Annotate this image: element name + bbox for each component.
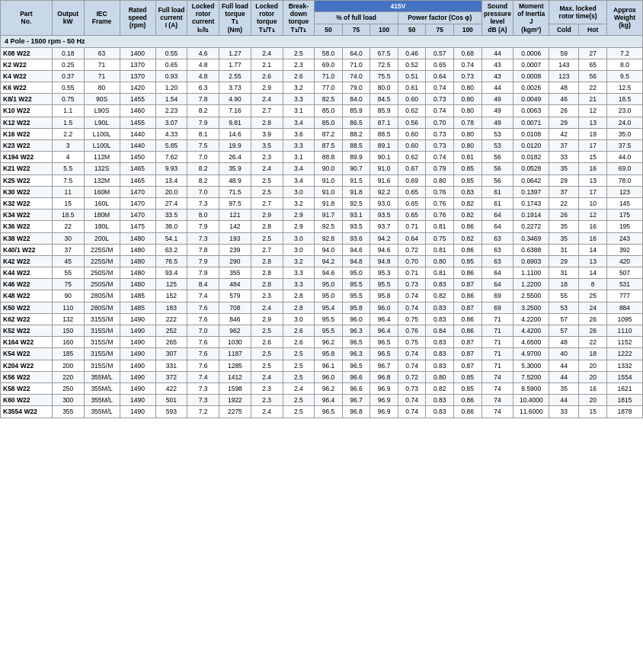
table-cell: K164 W22 <box>1 337 53 348</box>
table-cell: 2.23 <box>155 105 187 117</box>
table-cell: 56 <box>579 70 607 82</box>
table-row: K58 W22250355M/L14904227.315982.32.496.2… <box>1 382 643 394</box>
table-cell: 5.3000 <box>513 360 549 371</box>
table-cell: 2.6 <box>283 337 315 348</box>
table-cell: 94.2 <box>370 232 398 244</box>
table-cell: 315S/M <box>84 337 120 348</box>
table-cell: 593 <box>155 406 187 418</box>
table-cell: 96.4 <box>315 395 343 406</box>
table-row: K08 W220.186314000.554.61.272.42.558.064… <box>1 47 643 59</box>
table-cell: 123 <box>549 70 579 82</box>
col-sound-pressure: SoundpressureleveldB (A) <box>481 1 513 36</box>
table-cell: 0.65 <box>155 59 187 70</box>
table-cell: 0.83 <box>453 186 481 197</box>
table-cell: 132 <box>52 313 84 325</box>
table-cell: 0.74 <box>453 59 481 70</box>
table-cell: 91.0 <box>370 163 398 174</box>
table-cell: 48.9 <box>219 174 251 186</box>
table-cell: 71.0 <box>315 70 343 82</box>
table-cell: 0.0642 <box>513 174 549 186</box>
table-cell: 0.85 <box>453 255 481 267</box>
table-cell: 16 <box>579 163 607 174</box>
table-cell: 53 <box>481 140 513 152</box>
table-cell: 87.2 <box>315 128 343 139</box>
table-row: K8/1 W220.7590S14551.547.84.902.43.382.5… <box>1 94 643 105</box>
table-cell: 355M/L <box>84 382 120 394</box>
table-cell: 185 <box>52 348 84 360</box>
table-cell: 2.4 <box>251 371 283 382</box>
col-approx-weight: ApproxWeight(kg) <box>606 1 642 36</box>
table-cell: 0.86 <box>453 313 481 325</box>
table-cell: 13 <box>579 117 607 128</box>
table-cell: 94.6 <box>342 244 370 255</box>
table-cell: 64 <box>481 221 513 232</box>
table-cell: 96.3 <box>342 348 370 360</box>
table-cell: 27.4 <box>155 197 187 209</box>
table-cell: 35.0 <box>606 128 642 139</box>
table-cell: 91.0 <box>315 174 343 186</box>
table-cell: 69.0 <box>315 59 343 70</box>
table-cell: 3.5 <box>251 140 283 152</box>
table-cell: 95.5 <box>315 313 343 325</box>
table-cell: 74 <box>481 371 513 382</box>
table-cell: 0.61 <box>398 82 426 94</box>
table-cell: 112M <box>84 152 120 163</box>
table-cell: 1470 <box>120 186 155 197</box>
table-cell: 95.3 <box>370 267 398 279</box>
table-cell: 90 <box>52 290 84 302</box>
table-cell: 7.6 <box>187 337 219 348</box>
table-cell: 18.5 <box>606 94 642 105</box>
col-415v-header: 415V <box>315 1 481 12</box>
table-cell: 2.8 <box>251 267 283 279</box>
table-cell: 29 <box>549 174 579 186</box>
table-cell: 0.65 <box>398 186 426 197</box>
table-cell: 4 <box>52 152 84 163</box>
table-cell: 91.6 <box>370 174 398 186</box>
table-cell: 0.80 <box>453 128 481 139</box>
table-cell: 15 <box>579 152 607 163</box>
table-cell: 1490 <box>120 382 155 394</box>
table-cell: 1.20 <box>155 82 187 94</box>
table-cell: 2.5 <box>283 406 315 418</box>
table-cell: 96.2 <box>315 337 343 348</box>
table-cell: 2.9 <box>251 210 283 221</box>
table-cell: 1400 <box>120 47 155 59</box>
col-hot: Hot <box>579 24 607 35</box>
table-cell: 150 <box>52 325 84 337</box>
table-cell: 57 <box>549 313 579 325</box>
col-output-kw: OutputkW <box>52 1 84 36</box>
table-cell: 91.0 <box>315 186 343 197</box>
table-cell: 93.5 <box>370 210 398 221</box>
table-cell: 2.8 <box>251 117 283 128</box>
table-cell: 315S/M <box>84 325 120 337</box>
table-cell: 4.6 <box>187 47 219 59</box>
table-cell: 1.5 <box>52 117 84 128</box>
table-cell: K60 W22 <box>1 395 53 406</box>
table-cell: 20.0 <box>155 186 187 197</box>
table-cell: 72.5 <box>370 59 398 70</box>
table-cell: 91.8 <box>342 186 370 197</box>
table-cell: 331 <box>155 360 187 371</box>
table-cell: 69.0 <box>606 163 642 174</box>
table-cell: 0.80 <box>426 255 454 267</box>
table-cell: K40/1 W22 <box>1 244 53 255</box>
table-cell: 1480 <box>120 232 155 244</box>
table-cell: 26 <box>579 313 607 325</box>
table-cell: K32 W22 <box>1 197 53 209</box>
table-cell: 0.83 <box>426 337 454 348</box>
table-cell: 71 <box>481 348 513 360</box>
table-cell: 1480 <box>120 255 155 267</box>
table-cell: 2.8 <box>283 290 315 302</box>
table-cell: 7.3 <box>187 382 219 394</box>
table-cell: 2.1 <box>251 59 283 70</box>
table-cell: 220 <box>52 371 84 382</box>
table-cell: K194 W22 <box>1 152 53 163</box>
table-cell: 0.74 <box>398 302 426 313</box>
col-full-load-current: Full loadcurrentI (A) <box>155 1 187 36</box>
table-cell: 7.2 <box>187 406 219 418</box>
table-cell: 49 <box>481 105 513 117</box>
table-cell: 372 <box>155 371 187 382</box>
table-cell: 355M/L <box>84 406 120 418</box>
table-cell: 507 <box>606 267 642 279</box>
table-cell: 0.1397 <box>513 186 549 197</box>
